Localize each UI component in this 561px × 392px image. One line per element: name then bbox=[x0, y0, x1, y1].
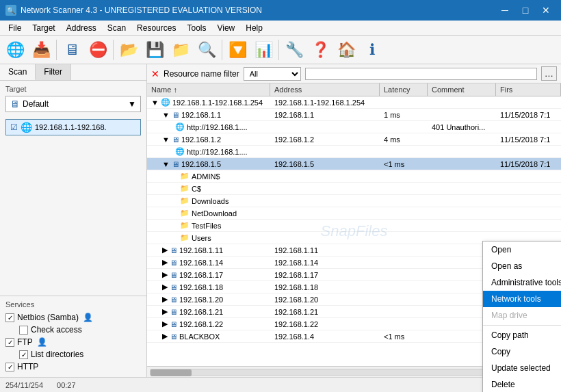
ctx-admin-tools[interactable]: Administrative tools ▶ bbox=[483, 274, 561, 291]
toolbar-import[interactable]: 📥 bbox=[29, 38, 53, 62]
services-label: Services bbox=[5, 300, 141, 311]
cell-name: 📁 TestFiles bbox=[147, 220, 270, 231]
expand-icon[interactable]: ▶ bbox=[162, 246, 168, 254]
menu-address[interactable]: Address bbox=[61, 22, 102, 34]
ctx-open[interactable]: Open bbox=[483, 241, 561, 258]
expand-icon[interactable]: ▼ bbox=[162, 160, 170, 168]
toolbar-scan-network[interactable]: 🖥 bbox=[60, 38, 84, 62]
table-row[interactable]: 📁 C$ bbox=[147, 183, 561, 195]
scan-range[interactable]: ☑ 🌐 192.168.1.1-192.168. bbox=[5, 119, 141, 135]
panel-spacer bbox=[0, 137, 146, 296]
toolbar-open-folder[interactable]: 📂 bbox=[116, 38, 141, 62]
filter-select[interactable]: All Computers Shares Services bbox=[244, 67, 301, 81]
table-row[interactable]: 📁 NetDownload bbox=[147, 207, 561, 220]
ftp-checkbox[interactable] bbox=[5, 338, 14, 347]
table-row[interactable]: ▼ 🖥 192.168.1.1 192.168.1.1 1 ms 11/15/2… bbox=[147, 109, 561, 121]
toolbar-stop[interactable]: ⛔ bbox=[86, 38, 110, 62]
target-dropdown[interactable]: 🖥 Default ▼ bbox=[5, 96, 141, 112]
minimize-button[interactable]: ─ bbox=[495, 3, 514, 18]
cell-name: ▼ 🖥 192.168.1.2 bbox=[147, 135, 270, 144]
folder-icon: 📁 bbox=[180, 209, 190, 218]
expand-icon[interactable]: ▶ bbox=[162, 270, 168, 279]
cell-name: 🌐 http://192.168.1.... bbox=[147, 122, 270, 132]
pc-icon: 🖥 bbox=[170, 308, 177, 316]
ctx-delete[interactable]: Delete bbox=[483, 376, 561, 392]
toolbar-filter[interactable]: 🔽 bbox=[225, 38, 250, 62]
col-name[interactable]: Name ↑ bbox=[147, 83, 270, 96]
table-row[interactable]: ▼ 🖥 192.168.1.2 192.168.1.2 4 ms 11/15/2… bbox=[147, 133, 561, 146]
filter-bar-label: Resource name filter bbox=[164, 69, 239, 79]
toolbar-search[interactable]: 🔍 bbox=[194, 38, 219, 62]
menu-scan[interactable]: Scan bbox=[102, 22, 131, 34]
table-row[interactable]: 📁 TestFiles bbox=[147, 220, 561, 232]
expand-icon[interactable]: ▶ bbox=[162, 283, 168, 291]
filter-clear-button[interactable]: ✕ bbox=[151, 68, 159, 79]
expand-icon[interactable]: ▼ bbox=[162, 135, 170, 144]
folder-icon: 📁 bbox=[180, 233, 190, 242]
ctx-update-selected[interactable]: Update selected bbox=[483, 360, 561, 376]
toolbar-help[interactable]: ❓ bbox=[308, 38, 332, 62]
ctx-open-as[interactable]: Open as ▶ bbox=[483, 258, 561, 274]
list-dirs-label: List directories bbox=[31, 350, 83, 359]
filter-apply-button[interactable]: … bbox=[541, 66, 557, 81]
folder-icon: 📁 bbox=[180, 221, 190, 230]
menu-help[interactable]: Help bbox=[240, 22, 268, 34]
toolbar-info[interactable]: ℹ bbox=[360, 38, 384, 62]
expand-icon[interactable]: ▶ bbox=[162, 295, 168, 304]
table-row[interactable]: 📁 Downloads bbox=[147, 195, 561, 207]
web-icon: 🌐 bbox=[175, 147, 185, 156]
col-address[interactable]: Address bbox=[270, 83, 380, 96]
target-value: Default bbox=[23, 99, 49, 109]
pc-icon: 🖥 bbox=[170, 259, 177, 267]
pc-icon: 🖥 bbox=[172, 111, 179, 119]
menu-file[interactable]: File bbox=[3, 22, 27, 34]
ctx-copy[interactable]: Copy ▶ bbox=[483, 343, 561, 360]
check-access-checkbox[interactable] bbox=[19, 326, 28, 335]
table-row[interactable]: 🌐 http://192.168.1.... bbox=[147, 146, 561, 158]
tab-filter[interactable]: Filter bbox=[36, 64, 71, 80]
col-first[interactable]: Firs bbox=[496, 83, 561, 96]
service-check-access: Check access bbox=[5, 324, 141, 336]
services-section: Services Netbios (Samba) 👤 Check access … bbox=[0, 296, 146, 377]
tab-scan[interactable]: Scan bbox=[0, 64, 36, 80]
toolbar-settings[interactable]: 🔧 bbox=[282, 38, 306, 62]
menu-target[interactable]: Target bbox=[27, 22, 60, 34]
expand-icon[interactable]: ▶ bbox=[162, 332, 168, 341]
menu-view[interactable]: View bbox=[211, 22, 240, 34]
close-button[interactable]: ✕ bbox=[536, 3, 556, 18]
pc-icon: 🖥 bbox=[170, 283, 177, 291]
expand-icon[interactable]: ▶ bbox=[162, 258, 168, 267]
toolbar-separator-3 bbox=[222, 40, 222, 60]
menu-resources[interactable]: Resources bbox=[131, 22, 181, 34]
col-comment[interactable]: Comment bbox=[428, 83, 496, 96]
toolbar-ip-range[interactable]: 🌐 bbox=[3, 38, 27, 62]
netbios-checkbox[interactable] bbox=[5, 313, 14, 322]
expand-icon[interactable]: ▶ bbox=[162, 319, 168, 328]
toolbar-export-folder[interactable]: 📁 bbox=[168, 38, 193, 62]
ctx-copy-path[interactable]: Copy path bbox=[483, 327, 561, 343]
table-row[interactable]: 📁 ADMIN$ bbox=[147, 170, 561, 183]
maximize-button[interactable]: □ bbox=[516, 3, 535, 18]
list-dirs-checkbox[interactable] bbox=[19, 350, 28, 359]
table-row[interactable]: ▼ 🖥 192.168.1.5 192.168.1.5 <1 ms 11/15/… bbox=[147, 158, 561, 170]
expand-icon[interactable]: ▶ bbox=[162, 307, 168, 316]
table-row[interactable]: 🌐 http://192.168.1.... 401 Unauthori... bbox=[147, 121, 561, 133]
expand-icon[interactable]: ▼ bbox=[162, 111, 170, 119]
menu-tools[interactable]: Tools bbox=[181, 22, 211, 34]
folder-icon: 📁 bbox=[180, 172, 190, 181]
status-progress: 254/11/254 bbox=[5, 381, 43, 389]
cell-name: 📁 ADMIN$ bbox=[147, 171, 270, 181]
expand-icon[interactable]: ▼ bbox=[151, 99, 159, 107]
cell-name: ▼ 🌐 192.168.1.1-192.168.1.254 bbox=[147, 97, 270, 107]
ctx-network-tools[interactable]: Network tools ▶ bbox=[483, 291, 561, 307]
table-row[interactable]: ▼ 🌐 192.168.1.1-192.168.1.254 192.168.1.… bbox=[147, 96, 561, 109]
ftp-icon: 👤 bbox=[37, 337, 47, 347]
col-latency[interactable]: Latency bbox=[380, 83, 428, 96]
ctx-map-drive: Map drive bbox=[483, 307, 561, 324]
filter-search-input[interactable] bbox=[305, 68, 537, 80]
toolbar-save[interactable]: 💾 bbox=[142, 38, 167, 62]
http-checkbox[interactable] bbox=[5, 363, 14, 371]
toolbar-export-csv[interactable]: 📊 bbox=[251, 38, 276, 62]
toolbar-separator-4 bbox=[278, 40, 279, 60]
toolbar-home[interactable]: 🏠 bbox=[334, 38, 358, 62]
